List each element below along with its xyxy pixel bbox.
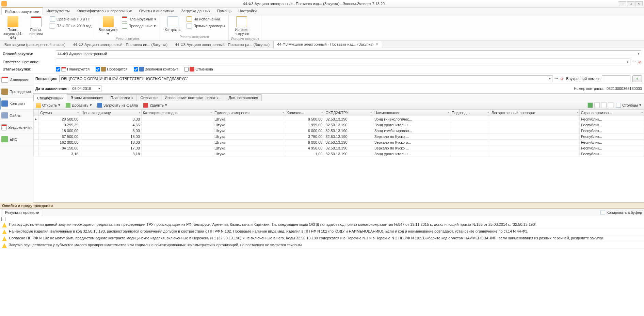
col-5[interactable]: ОКПД2/КТРУ▾ xyxy=(324,110,373,116)
stage-run-check[interactable]: Проводится xyxy=(96,67,128,72)
sidenav-icon xyxy=(1,124,7,130)
schedules-button[interactable]: Планы-графики xyxy=(25,16,47,37)
sidenav-контракт[interactable]: Контракт xyxy=(0,98,33,110)
menu-6[interactable]: Настройки xyxy=(235,7,260,15)
open-button[interactable]: Открыть ▾ xyxy=(35,102,62,108)
supplier-clear-icon[interactable]: ⊘ xyxy=(560,77,563,81)
col-1[interactable]: Цена за единицу▾ xyxy=(80,110,141,116)
col-9[interactable]: Страна произво...▾ xyxy=(579,110,644,116)
col-3[interactable]: Единица измерения▾ xyxy=(213,110,285,116)
table-row[interactable]: 84 150,0017,00Штука4 950,0032.50.13.190З… xyxy=(34,145,644,151)
planned-button[interactable]: Планируемые ▾ xyxy=(120,16,158,22)
group-caption: История выгрузок xyxy=(231,37,259,41)
table-row[interactable]: 18 000,003,00Штука6 000,0032.50.13.190Зо… xyxy=(34,128,644,134)
copy-button[interactable]: Копировать в буфер xyxy=(600,210,642,215)
result-tab[interactable]: Результат проверки xyxy=(2,209,42,216)
method-select[interactable]: 44-ФЗ Аукцион электронный xyxy=(56,50,641,57)
close-button[interactable]: ✕ xyxy=(635,1,643,6)
warning-icon xyxy=(2,236,7,241)
sidenav-уведомления[interactable]: Уведомления xyxy=(0,122,33,133)
menu-2[interactable]: Классификаторы и справочники xyxy=(73,7,136,15)
doc-tab-2[interactable]: 44-ФЗ Аукцион электронный - Поставка ра.… xyxy=(171,41,273,48)
load-button[interactable]: Загрузить из файла xyxy=(96,102,139,108)
spec-grid[interactable]: Сумма▾Цена за единицу▾Категория расходов… xyxy=(33,109,644,203)
contractnum-value: 03213000365180000 xyxy=(607,86,642,91)
menu-4[interactable]: Загрузка данных xyxy=(178,7,214,15)
add-intnum-button[interactable]: + xyxy=(632,75,642,82)
contract-tabs: СпецификацииЭтапы исполненияПлан оплатыО… xyxy=(33,94,644,101)
sidenav-проведение[interactable]: Проведение xyxy=(0,86,33,98)
export-excel-icon[interactable] xyxy=(587,102,593,108)
errors-body: − При осуществлении данной закупки необх… xyxy=(0,216,644,249)
side-nav: ИзвещениеПроведениеКонтрактФайлыУведомле… xyxy=(0,74,33,203)
contracts-button[interactable]: Контракты xyxy=(162,16,184,33)
sidenav-извещение[interactable]: Извещение xyxy=(0,74,33,86)
contract-tab-5[interactable]: Доп. соглашения xyxy=(225,94,262,101)
table-row[interactable]: 162 000,0018,00Штука9 000,0032.50.13.190… xyxy=(34,140,644,145)
maximize-button[interactable]: □ xyxy=(627,1,634,6)
collapse-icon[interactable]: − xyxy=(1,217,5,221)
done-button[interactable]: Проведенные ▾ xyxy=(120,22,158,29)
compare-button[interactable]: Сравнение ПЗ и ПГ xyxy=(48,16,93,22)
stage-plan-check[interactable]: Планируется xyxy=(56,67,90,72)
ribbon: Планы закупок (44-ФЗ) Планы-графики Срав… xyxy=(0,15,644,41)
stage-cancel-check[interactable]: Отменена xyxy=(184,67,213,72)
intnum-label: Внутренний номер: xyxy=(566,77,600,81)
history-button[interactable]: История выгрузок xyxy=(231,16,253,37)
menu-1[interactable]: Инструменты xyxy=(43,7,73,15)
contract-tab-3[interactable]: Описание xyxy=(136,94,161,101)
add-button[interactable]: Добавить ▾ xyxy=(64,102,93,108)
col-8[interactable]: Лекарственный препарат▾ xyxy=(490,110,580,116)
table-row[interactable]: 3,183,18Штука1,0032.50.13.190Зонд уроген… xyxy=(34,151,644,157)
content-pane: Поставщик: ОБЩЕСТВО С ОГРАНИЧЕННОЙ ОТВЕТ… xyxy=(33,74,644,203)
errors-title: Ошибки и предупреждения xyxy=(0,203,644,209)
close-tab-icon[interactable]: ✕ xyxy=(375,42,379,46)
spec-toolbar: Открыть ▾ Добавить ▾ Загрузить из файла … xyxy=(33,101,644,109)
contract-tab-1[interactable]: Этапы исполнения xyxy=(67,94,107,101)
col-7[interactable]: Подразд...▾ xyxy=(450,110,490,116)
resp-select[interactable] xyxy=(56,59,630,65)
exec-button[interactable]: На исполнении xyxy=(185,16,226,22)
menu-0[interactable]: Работа с закупками xyxy=(1,7,43,15)
grid-layout-icon[interactable] xyxy=(594,102,600,108)
more-icon[interactable]: ⋯ xyxy=(632,60,636,64)
table-row[interactable]: 9 295,354,65Штука1 999,0032.50.13.190Зон… xyxy=(34,122,644,128)
sidenav-файлы[interactable]: Файлы xyxy=(0,110,33,122)
minimize-button[interactable]: — xyxy=(619,1,626,6)
stage-contract-check[interactable]: Заключен контракт xyxy=(134,67,178,72)
col-2[interactable]: Категория расходов▾ xyxy=(141,110,213,116)
direct-button[interactable]: Прямые договоры xyxy=(185,22,226,29)
supplier-more-icon[interactable]: ⋯ xyxy=(554,77,558,81)
year-button[interactable]: ПЗ и ПГ на 2019 год xyxy=(48,22,93,29)
plans-button[interactable]: Планы закупок (44-ФЗ) xyxy=(2,16,24,41)
contract-tab-0[interactable]: Спецификации xyxy=(33,95,67,101)
document-tabs: Все закупки (расширенный список)44-ФЗ Ау… xyxy=(0,41,644,48)
col-6[interactable]: Наименование▾ xyxy=(373,110,450,116)
clear-icon[interactable]: ⊘ xyxy=(638,60,641,64)
warning-item: Закупка осуществляется у субъектов малог… xyxy=(0,242,644,249)
search-icon[interactable] xyxy=(601,102,607,108)
warning-item: Согласно ПП РФ N 102 не могут быть предм… xyxy=(0,235,644,242)
app-icon xyxy=(1,1,7,6)
supplier-select[interactable]: ОБЩЕСТВО С ОГРАНИЧЕННОЙ ОТВЕТСТВЕННОСТЬЮ… xyxy=(59,75,552,82)
contract-tab-2[interactable]: План оплаты xyxy=(107,94,137,101)
col-0[interactable]: Сумма▾ xyxy=(39,110,80,116)
filter-icon[interactable] xyxy=(608,102,613,108)
sidenav-еис[interactable]: ЕИС xyxy=(0,133,33,145)
col-4[interactable]: Количес...▾ xyxy=(285,110,324,116)
sidenav-icon xyxy=(1,100,8,107)
menu-3[interactable]: Отчеты и аналитика xyxy=(136,7,178,15)
contract-tab-4[interactable]: Исполнение: поставки, оплаты... xyxy=(161,94,225,101)
doc-tab-0[interactable]: Все закупки (расширенный список) xyxy=(1,41,69,48)
delete-button[interactable]: Удалить ▾ xyxy=(142,102,168,108)
menu-5[interactable]: Помощь xyxy=(214,7,235,15)
doc-tab-3[interactable]: 44-ФЗ Аукцион электронный - Поставка изд… xyxy=(273,41,382,48)
table-row[interactable]: ▸28 500,003,00Штука9 500,0032.50.13.190З… xyxy=(34,116,644,122)
intnum-input[interactable] xyxy=(602,75,630,82)
result-header: Результат проверки Копировать в буфер xyxy=(0,209,644,216)
date-input[interactable]: 05.04.2018 xyxy=(71,85,101,92)
table-row[interactable]: 67 500,0018,00Штука3 750,0032.50.13.190З… xyxy=(34,134,644,140)
columns-button[interactable]: Столбцы ▾ xyxy=(615,102,643,108)
doc-tab-1[interactable]: 44-ФЗ Аукцион электронный - Поставка ин.… xyxy=(69,41,171,48)
all-purchases-button[interactable]: Все закупки ▾ xyxy=(97,16,119,37)
